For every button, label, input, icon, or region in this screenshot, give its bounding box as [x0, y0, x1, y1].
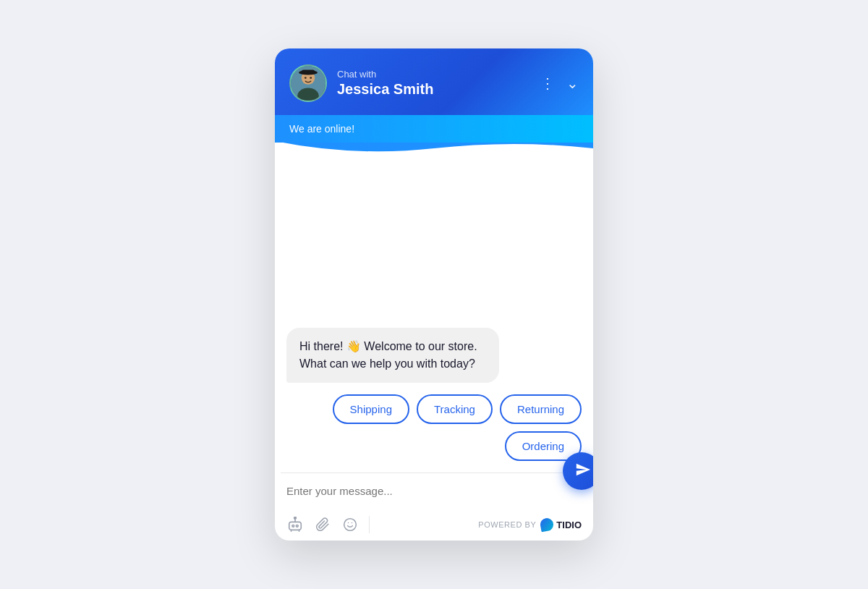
header-text: Chat with Jessica Smith — [337, 69, 530, 98]
chat-widget: Chat with Jessica Smith ⋮ ⌄ We are onlin… — [275, 48, 593, 541]
emoji-icon[interactable] — [341, 516, 359, 533]
send-icon — [575, 462, 591, 481]
more-options-icon[interactable]: ⋮ — [540, 75, 555, 92]
svg-point-11 — [294, 517, 297, 519]
online-status-text: We are online! — [289, 123, 354, 135]
tidio-logo-icon — [540, 517, 555, 533]
svg-point-9 — [296, 525, 298, 527]
online-banner: We are online! — [275, 115, 593, 143]
chat-input-area — [275, 473, 593, 510]
message-input[interactable] — [286, 482, 582, 500]
chat-header: Chat with Jessica Smith ⋮ ⌄ — [275, 48, 593, 115]
quick-reply-tracking[interactable]: Tracking — [417, 394, 493, 424]
tidio-brand-name: TIDIO — [556, 520, 582, 530]
wave-decoration — [275, 142, 593, 157]
attachment-icon[interactable] — [314, 516, 331, 533]
chat-body: Hi there! 👋 Welcome to our store. What c… — [275, 157, 593, 473]
svg-point-6 — [310, 77, 312, 79]
chat-toolbar: POWERED BY TIDIO — [275, 510, 593, 541]
bot-message-bubble: Hi there! 👋 Welcome to our store. What c… — [286, 328, 499, 383]
avatar — [289, 64, 327, 102]
toolbar-divider — [369, 516, 370, 533]
header-subtitle: Chat with — [337, 69, 530, 80]
quick-reply-returning[interactable]: Returning — [500, 394, 582, 424]
bot-icon[interactable] — [286, 516, 304, 533]
quick-reply-shipping[interactable]: Shipping — [333, 394, 409, 424]
powered-by: POWERED BY TIDIO — [478, 518, 582, 531]
svg-point-5 — [305, 77, 307, 79]
svg-point-8 — [292, 525, 294, 527]
svg-point-14 — [344, 519, 357, 531]
header-actions: ⋮ ⌄ — [540, 75, 579, 92]
bot-message-text: Hi there! 👋 Welcome to our store. What c… — [299, 340, 477, 370]
toolbar-icons — [286, 516, 359, 533]
agent-name: Jessica Smith — [337, 81, 530, 98]
svg-rect-4 — [302, 70, 315, 75]
powered-by-label: POWERED BY — [478, 520, 536, 529]
tidio-logo: TIDIO — [540, 518, 582, 531]
quick-replies-container: Shipping Tracking Returning Ordering — [331, 394, 582, 461]
input-row — [286, 482, 582, 500]
svg-rect-7 — [289, 522, 302, 530]
spacer — [286, 171, 582, 316]
chevron-down-icon[interactable]: ⌄ — [566, 75, 579, 92]
